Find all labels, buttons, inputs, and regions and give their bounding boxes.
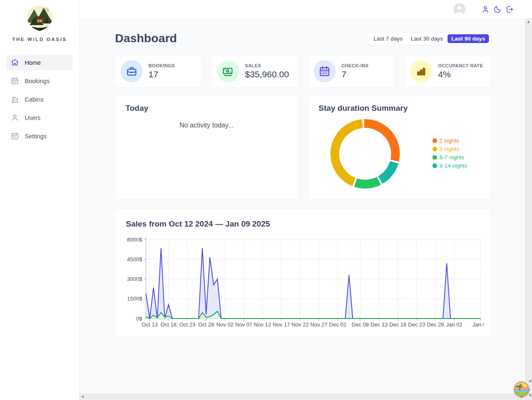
briefcase-icon [120, 60, 143, 82]
sidebar-item-settings[interactable]: Settings [6, 128, 73, 144]
sales-area-chart: 0$1500$3000$4500$6000$Oct 13Oct 18Oct 23… [120, 232, 483, 334]
sidebar-item-cabins[interactable]: Cabins [6, 92, 73, 107]
stat-bookings: Bookings 17 [115, 55, 202, 87]
sales-chart-card: Sales from Oct 12 2024 — Jan 09 2025 0$1… [115, 209, 491, 338]
legend-item: 2 nights [432, 138, 468, 144]
stat-value: 7 [342, 69, 369, 79]
page-title: Dashboard [115, 32, 177, 45]
sidebar-item-label: Users [25, 115, 41, 121]
svg-text:3000$: 3000$ [127, 276, 143, 282]
widget-handle-icon[interactable] [528, 394, 531, 397]
moon-icon[interactable] [491, 3, 504, 15]
today-empty-message: No activity today... [115, 122, 298, 129]
logout-icon[interactable] [504, 3, 516, 15]
filter-last-90-days[interactable]: Last 90 days [448, 34, 489, 43]
users-icon [10, 113, 19, 122]
horizontal-scrollbar[interactable]: ◀ ▶ [79, 393, 525, 400]
app-logo [26, 5, 54, 33]
svg-text:Oct 28: Oct 28 [198, 321, 214, 328]
sidebar-nav: Home Bookings Cabins [0, 55, 79, 144]
tropical-island-icon [514, 382, 529, 397]
stat-label: Sales [245, 63, 289, 68]
stat-occupancy: Occupancy rate 4% [404, 55, 491, 87]
svg-text:1500$: 1500$ [127, 296, 143, 302]
settings-icon [10, 132, 19, 140]
stat-label: Check-ins [342, 63, 369, 68]
cabin-icon [10, 95, 19, 104]
svg-text:Oct 13: Oct 13 [142, 321, 158, 328]
svg-text:Nov 22: Nov 22 [292, 321, 309, 328]
widget-handle-icon[interactable] [528, 379, 531, 382]
donut-legend: 2 nights 3 nights 6-7 nights 8-14 nights [432, 138, 468, 169]
svg-text:Oct 23: Oct 23 [179, 321, 195, 328]
sidebar-item-label: Bookings [25, 78, 50, 84]
svg-text:Jan 02: Jan 02 [446, 321, 463, 328]
home-icon [10, 58, 19, 67]
sidebar: THE WILD OASIS Home Bookings [0, 0, 79, 400]
filter-last-7-days[interactable]: Last 7 days [370, 34, 406, 43]
svg-text:Nov 27: Nov 27 [310, 321, 327, 328]
svg-text:0$: 0$ [136, 316, 143, 322]
date-range-filter: Last 7 days Last 30 days Last 90 days [368, 32, 491, 45]
svg-text:Dec 28: Dec 28 [427, 321, 444, 328]
legend-label: 6-7 nights [440, 154, 464, 161]
legend-label: 2 nights [440, 138, 459, 144]
svg-text:Dec 23: Dec 23 [408, 321, 425, 328]
sidebar-item-bookings[interactable]: Bookings [6, 73, 73, 89]
filter-last-30-days[interactable]: Last 30 days [407, 34, 447, 43]
stat-value: 4% [438, 69, 483, 79]
stat-checkins: Check-ins 7 [308, 55, 395, 87]
stay-duration-title: Stay duration Summary [309, 95, 491, 113]
legend-dot-icon [432, 147, 437, 151]
stat-value: $35,960.00 [245, 69, 289, 79]
svg-text:Oct 18: Oct 18 [161, 321, 176, 328]
legend-item: 3 nights [432, 146, 468, 152]
legend-dot-icon [432, 163, 437, 168]
stat-value: 17 [148, 69, 175, 79]
banknotes-icon [217, 60, 239, 82]
legend-label: 8-14 nights [440, 163, 468, 169]
vertical-scrollbar[interactable]: ▲ ▼ [525, 19, 532, 400]
sidebar-item-label: Cabins [25, 96, 43, 103]
svg-text:Dec 18: Dec 18 [389, 321, 407, 328]
legend-dot-icon [432, 138, 437, 143]
chart-bar-icon [410, 60, 432, 82]
tropical-widget-button[interactable] [514, 382, 529, 397]
stat-cards: Bookings 17 Sales $35,960.00 [115, 55, 491, 87]
svg-text:4500$: 4500$ [127, 256, 143, 262]
topbar [79, 0, 532, 19]
today-title: Today [115, 95, 298, 113]
main-content: Dashboard Last 7 days Last 30 days Last … [79, 19, 525, 393]
svg-text:Jan 09: Jan 09 [472, 321, 483, 328]
svg-text:Nov 12: Nov 12 [254, 321, 271, 328]
stay-duration-card: Stay duration Summary 2 nights 3 nights … [308, 95, 491, 200]
scroll-left-icon[interactable]: ◀ [81, 395, 84, 398]
sales-chart-title: Sales from Oct 12 2024 — Jan 09 2025 [115, 209, 491, 229]
stat-label: Bookings [148, 63, 175, 68]
wild-oasis-logo-icon [26, 5, 54, 31]
user-icon[interactable] [479, 3, 491, 15]
svg-text:6000$: 6000$ [127, 237, 143, 243]
calendar-icon [10, 76, 19, 85]
sidebar-item-label: Home [25, 59, 41, 66]
brand-name: THE WILD OASIS [0, 37, 79, 42]
avatar[interactable] [453, 3, 466, 15]
svg-text:Dec 02: Dec 02 [329, 321, 346, 328]
svg-text:Dec 08: Dec 08 [352, 321, 369, 328]
svg-text:Dec 13: Dec 13 [371, 321, 388, 328]
stat-label: Occupancy rate [438, 63, 483, 68]
svg-text:Nov 02: Nov 02 [216, 321, 233, 328]
sidebar-item-users[interactable]: Users [6, 110, 73, 125]
sidebar-item-label: Settings [25, 133, 46, 140]
today-card: Today No activity today... [115, 95, 298, 200]
calendar-days-icon [314, 60, 336, 82]
legend-label: 3 nights [440, 146, 459, 152]
legend-dot-icon [432, 155, 437, 160]
stay-duration-donut-chart [330, 119, 400, 189]
legend-item: 8-14 nights [432, 163, 468, 169]
sidebar-item-home[interactable]: Home [6, 55, 73, 70]
svg-text:Nov 17: Nov 17 [273, 321, 290, 328]
legend-item: 6-7 nights [432, 154, 468, 161]
scroll-up-icon[interactable]: ▲ [527, 20, 529, 23]
stat-sales: Sales $35,960.00 [212, 55, 298, 87]
